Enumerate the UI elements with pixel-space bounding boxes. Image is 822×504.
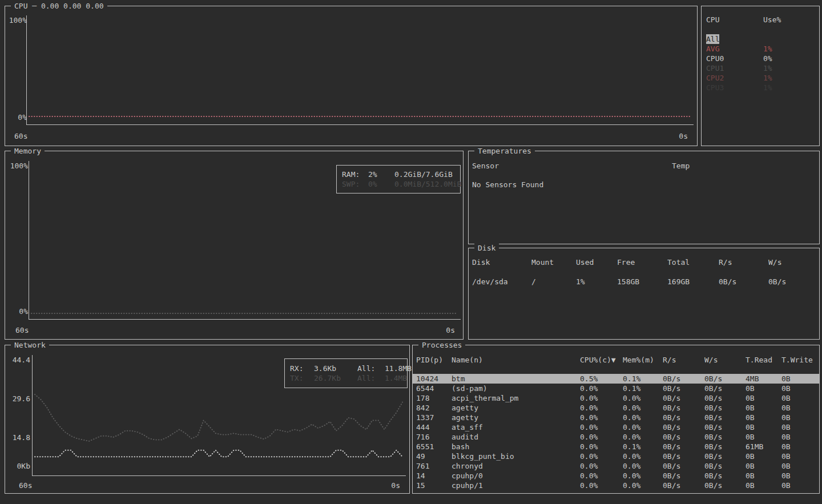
process-cell: 0.1% [623, 384, 663, 393]
process-row-bash[interactable]: 6551bash0.0%0.1%0B/s0B/s61MB0B [413, 442, 819, 451]
cpu-legend-row-avg[interactable]: AVG1% [702, 44, 816, 54]
process-cell: 0B/s [663, 384, 704, 393]
process-cell: 0B [781, 451, 819, 461]
rx-value: 3.6Kb [314, 364, 357, 373]
process-cell: 61MB [746, 442, 781, 451]
process-cell: 0B [746, 393, 781, 403]
disk-col-used[interactable]: Used [576, 257, 617, 267]
process-row-blkcg_punt_bio[interactable]: 49blkcg_punt_bio0.0%0.0%0B/s0B/s0B0B [413, 451, 819, 461]
process-row-auditd[interactable]: 716auditd0.0%0.0%0B/s0B/s0B0B [413, 432, 819, 442]
proc-col-name[interactable]: Name(n) [452, 355, 580, 365]
process-cell: 0B/s [663, 413, 704, 422]
cpu-legend-rows: AllAVG1%CPU00%CPU11%CPU21%CPU31% [702, 34, 816, 92]
process-cell: 0B/s [663, 481, 704, 490]
process-row-cpuhp/1[interactable]: 15cpuhp/10.0%0.0%0B/s0B/s0B0B [413, 481, 819, 490]
tx-value: 26.7Kb [314, 373, 357, 383]
processes-panel-title: Processes [418, 340, 465, 350]
process-cell: 444 [416, 422, 452, 432]
cpu-legend-value [763, 34, 816, 44]
disk-col-disk[interactable]: Disk [472, 257, 531, 267]
network-chart-panel[interactable]: Network 44.4 29.6 14.8 0Kb 60s 0s RX: 3.… [5, 345, 410, 494]
cpu-chart-panel[interactable]: CPU ─ 0.00 0.00 0.00 100% 0% 60s 0s [5, 6, 698, 146]
rx-all-value: 11.8MB [385, 364, 412, 373]
proc-col-twrite[interactable]: T.Write [781, 355, 817, 365]
process-cell: 0B [746, 461, 781, 471]
process-rows: 10424btm0.5%0.1%0B/s0B/s4MB0B6544(sd-pam… [413, 374, 819, 490]
process-row-agetty[interactable]: 1337agetty0.0%0.0%0B/s0B/s0B0B [413, 413, 819, 422]
process-cell: 0B/s [663, 471, 704, 481]
cpu-legend-label: All [706, 34, 719, 44]
process-cell: 0.0% [580, 393, 623, 403]
disk-col-total[interactable]: Total [667, 257, 719, 267]
processes-panel[interactable]: Processes PID(p) Name(n) CPU%(c)▼ Mem%(m… [412, 345, 820, 494]
process-row-(sd-pam)[interactable]: 6544(sd-pam)0.0%0.1%0B/s0B/s0B0B [413, 384, 819, 393]
process-cell: 0B/s [663, 461, 704, 471]
process-cell: 0B [781, 403, 819, 413]
process-cell: 15 [416, 481, 452, 490]
process-cell: 0B/s [663, 393, 704, 403]
cpu-legend-value: 1% [763, 73, 816, 83]
disk-col-ws[interactable]: W/s [768, 257, 817, 267]
process-cell: btm [452, 374, 580, 384]
disk-panel[interactable]: Disk Disk Mount Used Free Total R/s W/s … [468, 248, 820, 340]
process-cell: 0.0% [580, 384, 623, 393]
proc-col-tread[interactable]: T.Read [746, 355, 781, 365]
disk-col-rs[interactable]: R/s [719, 257, 768, 267]
temperatures-panel-title: Temperatures [474, 146, 535, 156]
cpu-usage-plot[interactable] [5, 6, 697, 146]
proc-col-rs[interactable]: R/s [663, 355, 704, 365]
process-row-acpi_thermal_pm[interactable]: 178acpi_thermal_pm0.0%0.0%0B/s0B/s0B0B [413, 393, 819, 403]
disk-panel-title: Disk [474, 243, 499, 253]
process-row-btm[interactable]: 10424btm0.5%0.1%0B/s0B/s4MB0B [413, 374, 819, 384]
temperatures-panel[interactable]: Temperatures Sensor Temp No Sensors Foun… [468, 151, 820, 244]
process-cell: bash [452, 442, 580, 451]
proc-col-mem[interactable]: Mem%(m) [623, 355, 663, 365]
cpu-legend-header: CPU Use% [702, 15, 816, 25]
memory-chart-panel[interactable]: Memory 100% 0% 60s 0s RAM: 2% 0.2GiB/7.6… [5, 151, 464, 340]
temperatures-col-sensor[interactable]: Sensor [472, 161, 499, 171]
process-cell: blkcg_punt_bio [452, 451, 580, 461]
process-cell: 0.0% [623, 422, 663, 432]
network-rx-row: RX: 3.6Kb All: 11.8MB [285, 364, 407, 373]
disk-col-free[interactable]: Free [617, 257, 667, 267]
process-cell: 0.0% [623, 432, 663, 442]
process-cell: 0B [746, 481, 781, 490]
process-cell: 0B [746, 413, 781, 422]
process-cell: 10424 [416, 374, 452, 384]
process-cell: 0B/s [704, 451, 746, 461]
cpu-legend-label: CPU3 [706, 83, 763, 92]
tx-all-label: All: [357, 373, 385, 383]
disk-col-mount[interactable]: Mount [531, 257, 576, 267]
rx-all-label: All: [357, 364, 385, 373]
process-cell: agetty [452, 403, 580, 413]
cpu-legend-row-all[interactable]: All [702, 34, 816, 44]
disk-cell: 0B/s [768, 277, 817, 287]
process-cell: 0.0% [623, 471, 663, 481]
process-cell: 49 [416, 451, 452, 461]
network-series-rx-line [35, 450, 402, 457]
process-cell: 0B/s [663, 432, 704, 442]
process-cell: 0B [781, 384, 819, 393]
disk-cell: 158GB [617, 277, 667, 287]
cpu-legend-label: CPU1 [706, 63, 763, 73]
disk-row[interactable]: /dev/sda/1%158GB169GB0B/s0B/s [469, 277, 817, 287]
process-row-ata_sff[interactable]: 444ata_sff0.0%0.0%0B/s0B/s0B0B [413, 422, 819, 432]
cpu-legend-row-cpu1[interactable]: CPU11% [702, 63, 816, 73]
cpu-legend-row-cpu0[interactable]: CPU00% [702, 54, 816, 63]
proc-col-ws[interactable]: W/s [704, 355, 746, 365]
cpu-legend-row-cpu3[interactable]: CPU31% [702, 83, 816, 92]
process-row-agetty[interactable]: 842agetty0.0%0.0%0B/s0B/s0B0B [413, 403, 819, 413]
process-cell: auditd [452, 432, 580, 442]
proc-col-pid[interactable]: PID(p) [416, 355, 452, 365]
cpu-legend-row-cpu2[interactable]: CPU21% [702, 73, 816, 83]
process-cell: 0.1% [623, 374, 663, 384]
cpu-legend-panel[interactable]: CPU Use% AllAVG1%CPU00%CPU11%CPU21%CPU31… [701, 6, 820, 146]
proc-col-cpu-sort-desc[interactable]: CPU%(c)▼ [580, 355, 623, 365]
temperatures-col-temp[interactable]: Temp [672, 161, 690, 171]
cpu-legend-label: CPU0 [706, 54, 763, 63]
process-row-cpuhp/0[interactable]: 14cpuhp/00.0%0.0%0B/s0B/s0B0B [413, 471, 819, 481]
swp-detail: 0.0MiB/512.0MiB [394, 179, 461, 189]
process-cell: 0.0% [580, 403, 623, 413]
process-cell: 0.0% [623, 403, 663, 413]
process-row-chronyd[interactable]: 761chronyd0.0%0.0%0B/s0B/s0B0B [413, 461, 819, 471]
